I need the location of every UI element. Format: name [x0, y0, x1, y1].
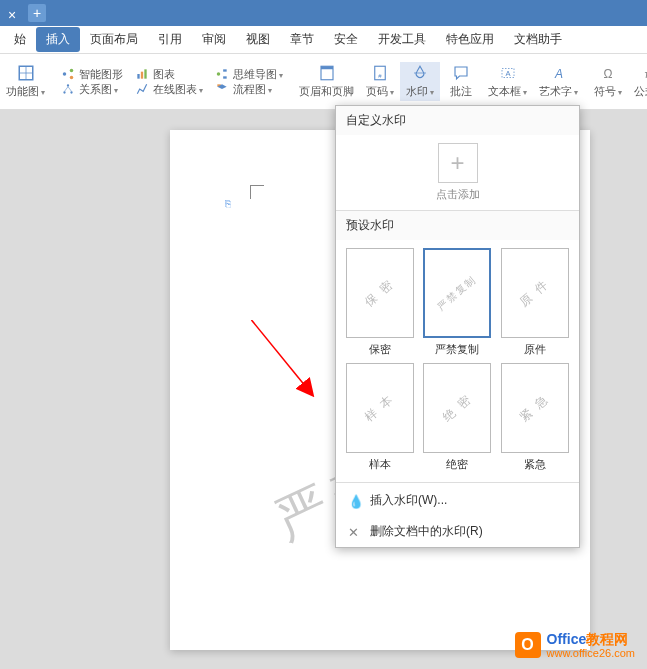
preset-original[interactable]: 原 件 原件	[499, 248, 571, 357]
tool-chart[interactable]: 图表	[135, 67, 203, 82]
remove-watermark-action[interactable]: ✕ 删除文档中的水印(R)	[336, 516, 579, 547]
insert-watermark-action[interactable]: 💧 插入水印(W)...	[336, 485, 579, 516]
wordart-icon: A	[550, 64, 568, 82]
preset-sample[interactable]: 样 本 样本	[344, 363, 416, 472]
svg-rect-11	[144, 69, 146, 78]
titlebar: × +	[0, 0, 647, 26]
tab-view[interactable]: 视图	[236, 27, 280, 52]
tab-references[interactable]: 引用	[148, 27, 192, 52]
grid-icon	[17, 64, 35, 82]
tool-label: 功能图▾	[6, 84, 45, 99]
separator	[336, 482, 579, 483]
symbol-icon: Ω	[599, 64, 617, 82]
relation-icon	[61, 82, 75, 96]
comment-icon	[452, 64, 470, 82]
svg-rect-10	[141, 72, 143, 79]
ribbon-tabs: 始 插入 页面布局 引用 审阅 视图 章节 安全 开发工具 特色应用 文档助手	[0, 26, 647, 54]
tool-relation[interactable]: 关系图▾	[61, 82, 123, 97]
svg-text:#: #	[378, 73, 382, 79]
textbox-icon: A	[499, 64, 517, 82]
tab-security[interactable]: 安全	[324, 27, 368, 52]
svg-rect-13	[223, 69, 227, 71]
tool-comment[interactable]: 批注	[444, 62, 478, 101]
close-icon[interactable]: ×	[8, 7, 20, 19]
online-chart-icon	[135, 82, 149, 96]
tab-sections[interactable]: 章节	[280, 27, 324, 52]
svg-point-7	[63, 91, 65, 93]
tab-start[interactable]: 始	[4, 27, 36, 52]
watermark-icon	[411, 64, 429, 82]
mind-icon	[215, 67, 229, 81]
tool-mindmap[interactable]: 思维导图▾	[215, 67, 283, 82]
tool-symbol[interactable]: Ω 符号▾	[588, 62, 628, 101]
svg-rect-17	[321, 66, 333, 69]
tab-review[interactable]: 审阅	[192, 27, 236, 52]
page-anchor-icon: ⎘	[225, 198, 231, 209]
tool-flowchart[interactable]: 流程图▾	[215, 82, 283, 97]
svg-point-3	[63, 72, 67, 76]
svg-point-12	[217, 72, 221, 76]
preset-nocopy[interactable]: 严禁复制 严禁复制	[422, 248, 494, 357]
tool-function[interactable]: 功能图▾	[0, 62, 51, 101]
tab-assistant[interactable]: 文档助手	[504, 27, 572, 52]
new-tab-button[interactable]: +	[28, 4, 46, 22]
preset-watermark-section: 预设水印	[336, 210, 579, 240]
flow-icon	[215, 82, 229, 96]
preset-grid: 保 密 保密 严禁复制 严禁复制 原 件 原件 样 本 样本 绝 密 绝密 紧 …	[336, 240, 579, 480]
add-label: 点击添加	[436, 187, 480, 202]
tab-layout[interactable]: 页面布局	[80, 27, 148, 52]
tool-wordart[interactable]: A 艺术字▾	[533, 62, 584, 101]
svg-text:Ω: Ω	[604, 67, 613, 81]
tool-textbox[interactable]: A 文本框▾	[482, 62, 533, 101]
tool-watermark[interactable]: 水印▾	[400, 62, 440, 101]
svg-text:A: A	[505, 69, 510, 78]
remove-icon: ✕	[348, 525, 362, 539]
header-icon	[318, 64, 336, 82]
brand-logo-icon: O	[515, 632, 541, 658]
tab-features[interactable]: 特色应用	[436, 27, 504, 52]
svg-rect-9	[137, 74, 139, 79]
custom-watermark-section: 自定义水印	[336, 106, 579, 135]
svg-rect-14	[223, 76, 227, 78]
chart-icon	[135, 67, 149, 81]
tool-header-footer[interactable]: 页眉和页脚	[293, 62, 360, 101]
branding: O Office教程网 www.office26.com	[515, 632, 635, 659]
svg-point-4	[70, 69, 74, 73]
ribbon-toolbar: 功能图▾ 智能图形 关系图▾ 图表 在线图表▾ 思维导图▾ 流程图▾	[0, 54, 647, 110]
watermark-dropdown: 自定义水印 + 点击添加 预设水印 保 密 保密 严禁复制 严禁复制 原 件 原…	[335, 105, 580, 548]
svg-point-5	[70, 76, 74, 80]
smart-icon	[61, 67, 75, 81]
tool-online-chart[interactable]: 在线图表▾	[135, 82, 203, 97]
tool-smartart[interactable]: 智能图形	[61, 67, 123, 82]
preset-confidential[interactable]: 保 密 保密	[344, 248, 416, 357]
equation-icon: π	[639, 64, 647, 82]
page-margin-marker	[250, 185, 264, 199]
tool-pagenum[interactable]: # 页码▾	[360, 62, 400, 101]
tab-developer[interactable]: 开发工具	[368, 27, 436, 52]
tab-insert[interactable]: 插入	[36, 27, 80, 52]
svg-point-6	[67, 84, 69, 86]
brand-text: Office教程网 www.office26.com	[547, 632, 635, 659]
svg-point-8	[70, 91, 72, 93]
plus-icon: +	[438, 143, 478, 183]
preset-topsecret[interactable]: 绝 密 绝密	[422, 363, 494, 472]
svg-text:A: A	[553, 67, 562, 81]
tool-equation[interactable]: π 公式▾	[628, 62, 647, 101]
add-watermark-button[interactable]: + 点击添加	[336, 135, 579, 210]
pagenum-icon: #	[371, 64, 389, 82]
preset-urgent[interactable]: 紧 急 紧急	[499, 363, 571, 472]
droplet-icon: 💧	[348, 494, 362, 508]
